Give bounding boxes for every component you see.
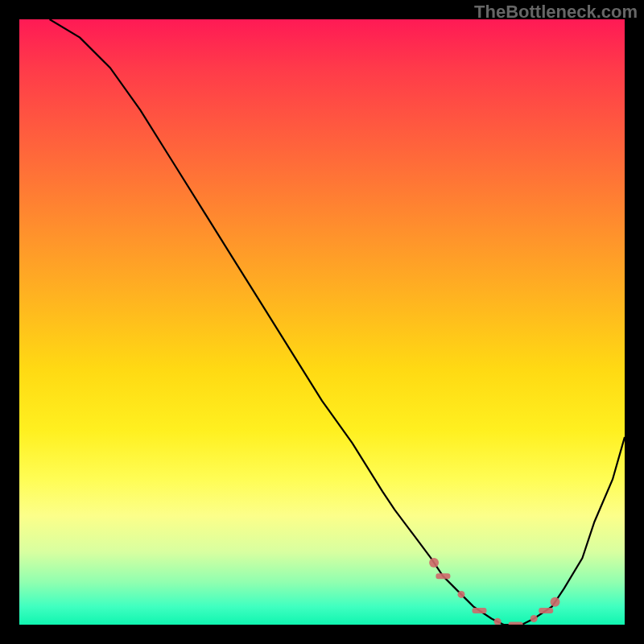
svg-rect-7 — [539, 608, 553, 613]
svg-point-4 — [494, 618, 502, 625]
svg-point-8 — [551, 597, 560, 607]
plot-area — [19, 19, 625, 625]
svg-rect-1 — [436, 573, 450, 579]
svg-point-2 — [458, 591, 465, 598]
svg-rect-5 — [509, 622, 523, 625]
bottleneck-curve — [50, 19, 625, 625]
svg-point-6 — [530, 615, 538, 622]
chart-container: TheBottleneck.com — [0, 0, 644, 644]
svg-point-0 — [429, 558, 439, 568]
plot-svg — [19, 19, 625, 625]
svg-rect-3 — [473, 608, 487, 613]
watermark-text: TheBottleneck.com — [474, 2, 638, 23]
